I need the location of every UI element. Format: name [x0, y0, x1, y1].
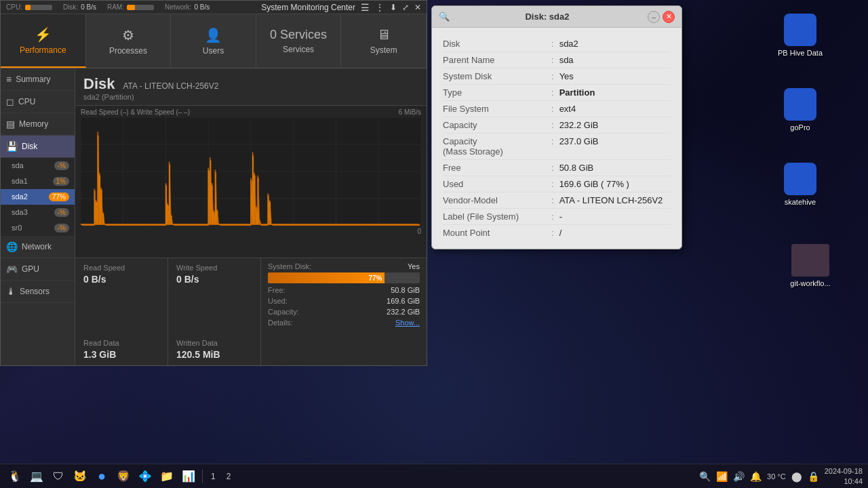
taskbar-start[interactable]: 🐧: [5, 467, 24, 486]
taskbar-terminal[interactable]: 💻: [27, 467, 46, 486]
chart-area: Read Speed (–) & Write Speed (– –) 6 MiB…: [75, 106, 427, 258]
desktop-icon-git-label: git-workflo...: [790, 279, 830, 287]
desktop-icon-gopro[interactable]: goPro: [773, 88, 827, 131]
cpu-sidebar-label: CPU: [18, 97, 35, 106]
disk-subtitle: sda2 (Partition): [83, 93, 418, 101]
disk-sidebar-label: Disk: [22, 142, 37, 151]
search-icon: 🔍: [439, 12, 450, 22]
read-data-label: Read Data: [83, 339, 159, 347]
network-status: Network: 0 B/s: [165, 3, 210, 11]
expand-icon[interactable]: ⤢: [402, 3, 409, 12]
taskbar-lock-icon[interactable]: 🔒: [808, 471, 819, 482]
popup-row-value: sda: [559, 55, 574, 65]
popup-row: Vendor-Model:ATA - LITEON LCH-256V2: [443, 192, 671, 209]
hamburger-icon[interactable]: ☰: [361, 2, 370, 13]
popup-row: Type:Partition: [443, 85, 671, 101]
tab-performance[interactable]: ⚡ Performance: [1, 14, 86, 68]
taskbar-blue[interactable]: ●: [92, 467, 111, 486]
used-value: 169.6 GiB: [387, 297, 420, 305]
taskbar-shield[interactable]: 🛡: [49, 467, 68, 486]
taskbar-github[interactable]: 🐱: [71, 467, 90, 486]
sidebar-item-disk[interactable]: 💾 Disk: [1, 136, 75, 158]
disk-item-sr0[interactable]: sr0 -%: [1, 220, 75, 236]
sidebar-item-network[interactable]: 🌐 Network: [1, 236, 75, 258]
sidebar-item-sensors[interactable]: 🌡 Sensors: [1, 281, 75, 303]
sidebar-item-cpu[interactable]: ◻ CPU: [1, 91, 75, 113]
popup-row-value: 169.6 GiB ( 77% ): [559, 179, 629, 189]
disk-item-sda3[interactable]: sda3 -%: [1, 205, 75, 220]
disk-status: Disk: 0 B/s: [63, 3, 96, 11]
sensors-sidebar-label: Sensors: [20, 287, 50, 296]
close-window-icon[interactable]: ✕: [414, 3, 421, 12]
popup-minimize-btn[interactable]: –: [648, 11, 660, 23]
popup-row: Parent Name:sda: [443, 52, 671, 68]
taskbar-notify-icon[interactable]: 🔔: [750, 471, 762, 482]
sidebar-item-summary[interactable]: ≡ Summary: [1, 68, 75, 91]
taskbar-num2[interactable]: 2: [222, 470, 235, 483]
taskbar-num1[interactable]: 1: [207, 470, 220, 483]
popup-row: Free:50.8 GiB: [443, 160, 671, 176]
folder-icon-skate: [784, 163, 816, 195]
popup-row-value: ATA - LITEON LCH-256V2: [559, 195, 663, 205]
disk-chart: [81, 117, 421, 226]
sda-badge: -%: [54, 161, 69, 170]
popup-row-key: Mount Point: [443, 228, 551, 238]
show-details-link[interactable]: Show...: [395, 319, 420, 327]
cpu-status: CPU:: [6, 3, 52, 11]
info-section-2: [261, 333, 427, 365]
dots-icon[interactable]: ⋮: [375, 2, 384, 13]
disk-item-sda[interactable]: sda -%: [1, 158, 75, 174]
taskbar-monitor[interactable]: 📊: [179, 467, 198, 486]
tab-processes[interactable]: ⚙ Processes: [86, 14, 172, 68]
taskbar-brave[interactable]: 🦁: [114, 467, 133, 486]
taskbar-search-icon[interactable]: 🔍: [699, 471, 711, 482]
details-label: Details:: [268, 319, 293, 327]
popup-row: System Disk:Yes: [443, 68, 671, 85]
free-label: Free:: [268, 286, 285, 294]
taskbar-files[interactable]: 📁: [157, 467, 176, 486]
desktop-icon-pb[interactable]: PB Hive Data: [773, 14, 827, 57]
write-speed-section: Write Speed 0 B/s: [168, 258, 261, 333]
popup-row-value: ext4: [559, 104, 576, 114]
taskbar-github-icon[interactable]: ⬤: [791, 471, 802, 482]
popup-row-sep: :: [551, 39, 554, 49]
capacity-value: 232.2 GiB: [387, 308, 420, 316]
disk-header: Disk ATA - LITEON LCH-256V2 sda2 (Partit…: [75, 68, 427, 106]
popup-row-key: Disk: [443, 39, 551, 49]
system-tab-label: System: [370, 45, 397, 55]
popup-row-sep: :: [551, 87, 554, 98]
read-speed-value: 0 B/s: [83, 274, 159, 285]
disk-details-popup: 🔍 Disk: sda2 – ✕ Disk:sda2Parent Name:sd…: [431, 5, 682, 249]
disk-item-sda1[interactable]: sda1 1%: [1, 174, 75, 189]
sda1-badge: 1%: [53, 177, 69, 186]
disk-item-sda2[interactable]: sda2 77%: [1, 189, 75, 205]
taskbar-wifi-icon[interactable]: 📶: [716, 471, 728, 482]
sidebar-item-memory[interactable]: ▤ Memory: [1, 113, 75, 136]
popup-row-value: Yes: [559, 71, 574, 81]
desktop-icon-skate[interactable]: skatehive: [773, 163, 827, 206]
taskbar-volume-icon[interactable]: 🔊: [733, 471, 745, 482]
desktop-icon-pb-label: PB Hive Data: [778, 49, 823, 57]
sda2-label: sda2: [12, 192, 28, 201]
tab-system[interactable]: 🖥 System: [341, 14, 427, 68]
popup-row: Label (File System):-: [443, 209, 671, 225]
usage-bar: 77%: [268, 272, 384, 283]
popup-row-key: Label (File System): [443, 211, 551, 222]
popup-titlebar: 🔍 Disk: sda2 – ✕: [432, 6, 682, 28]
details-row: Details: Show...: [268, 319, 420, 327]
system-disk-row: System Disk: Yes: [268, 262, 420, 270]
used-row: Used: 169.6 GiB: [268, 297, 420, 305]
services-tab-label: Services: [283, 45, 314, 54]
popup-title: Disk: sda2: [450, 12, 645, 22]
tab-services[interactable]: 0 Services Services: [256, 14, 342, 68]
tab-users[interactable]: 👤 Users: [171, 14, 256, 68]
sidebar-item-gpu[interactable]: 🎮 GPU: [1, 258, 75, 281]
popup-close-btn[interactable]: ✕: [663, 11, 675, 23]
download-icon[interactable]: ⬇: [390, 3, 397, 12]
desktop-icon-git[interactable]: git-workflo...: [780, 244, 841, 287]
capacity-row: Capacity: 232.2 GiB: [268, 308, 420, 316]
app-content: ≡ Summary ◻ CPU ▤ Memory 💾 Disk: [1, 68, 427, 365]
popup-row: Capacity (Mass Storage):237.0 GiB: [443, 134, 671, 160]
taskbar-vscode[interactable]: 💠: [136, 467, 155, 486]
used-label: Used:: [268, 297, 288, 305]
